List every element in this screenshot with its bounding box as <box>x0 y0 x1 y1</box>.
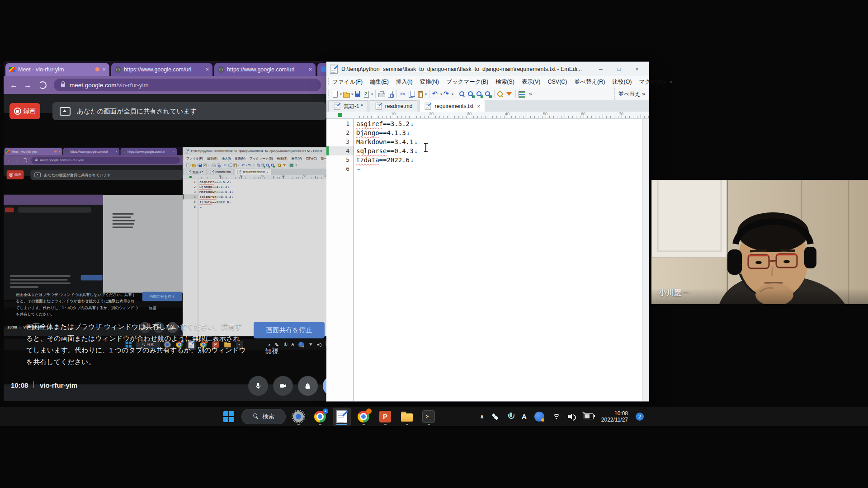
doc-tab-requirements[interactable]: requirements.txt× <box>419 100 485 112</box>
window-title: D:\temp\python_seminar\flask_to_django-m… <box>191 150 325 153</box>
find-previous-icon[interactable] <box>476 90 483 98</box>
new-file-icon[interactable] <box>331 90 339 98</box>
sort-overflow-icon[interactable]: » <box>642 91 645 97</box>
url-field[interactable]: meet.google.com/vio-rfur-yim <box>54 79 321 91</box>
find-icon[interactable] <box>458 90 466 98</box>
modified-line-marker <box>326 146 329 155</box>
maximize-button[interactable]: □ <box>610 62 628 76</box>
stop-share-button[interactable]: 画面共有を停止 <box>254 322 325 338</box>
close-button[interactable]: × <box>628 62 646 76</box>
tab-close-icon[interactable]: × <box>477 103 480 109</box>
tab-close-icon[interactable]: × <box>308 66 312 72</box>
wifi-icon[interactable] <box>552 413 560 420</box>
tab-close-icon[interactable]: × <box>102 66 106 72</box>
menu-sort[interactable]: 並べ替え(R) <box>571 76 609 88</box>
tab-close-icon: × <box>173 150 175 153</box>
doc-tab-untitled[interactable]: 無題-1 * <box>328 100 368 112</box>
menu-item: 変換(N) <box>233 155 247 161</box>
tray-clock[interactable]: 10:08 2022/11/27 <box>601 410 628 423</box>
notification-badge[interactable]: 2 <box>636 413 644 421</box>
menu-macros[interactable]: マクロ(M) <box>636 76 669 88</box>
terminal-taskbar-icon[interactable]: >_ <box>420 408 438 426</box>
settings-taskbar-icon[interactable] <box>289 408 307 426</box>
code-area[interactable]: asgiref==3.5.2↓ Django==4.1.3↓ Markdown=… <box>356 119 642 174</box>
save-icon[interactable] <box>354 90 362 98</box>
reload-icon[interactable] <box>39 81 47 89</box>
ignore-button[interactable]: 無視 <box>265 347 278 356</box>
scrollbar-track[interactable] <box>642 119 649 401</box>
explorer-taskbar-icon[interactable] <box>398 408 416 426</box>
menu-insert[interactable]: 挿入(I) <box>392 76 416 88</box>
menu-file[interactable]: ファイル(F) <box>329 76 366 88</box>
speaker-icon[interactable] <box>568 413 576 420</box>
menu-overflow-icon[interactable]: » <box>670 79 673 85</box>
mirrored-record-button: 録画 <box>7 170 24 179</box>
print-icon[interactable] <box>378 90 386 98</box>
menu-csv[interactable]: CSV(C) <box>544 76 571 88</box>
ruler-number: 10 <box>219 175 222 178</box>
record-button[interactable]: 録画 <box>9 103 40 119</box>
meet-share-badge: ▲ <box>323 408 328 414</box>
compare-icon[interactable] <box>518 90 526 98</box>
warning-line: ると、その画面またはウィンドウが合わせ鏡のように無限に表示され <box>26 333 246 344</box>
start-button[interactable] <box>220 408 238 426</box>
open-file-icon[interactable] <box>343 90 350 98</box>
ghost-code-line <box>113 213 133 215</box>
emeditor-taskbar-icon[interactable] <box>333 408 351 426</box>
document-icon <box>334 103 340 110</box>
sort-toolbar-label[interactable]: 並べ替え <box>618 90 641 98</box>
present-button[interactable] <box>323 376 326 396</box>
back-icon: ← <box>7 158 11 162</box>
editor-body[interactable]: 1 2 3 4 5 6 asgiref==3.5.2↓ Django==4.1.… <box>326 119 649 401</box>
dropbox-icon[interactable] <box>492 413 500 420</box>
gear-icon <box>293 411 304 422</box>
find-next-icon[interactable] <box>467 90 475 98</box>
paste-icon[interactable] <box>416 90 424 98</box>
print-preview-icon[interactable] <box>387 90 394 98</box>
chrome-taskbar-icon[interactable]: ▲ <box>311 408 329 426</box>
ghost-code-line <box>113 220 135 221</box>
forward-icon[interactable]: → <box>24 81 32 89</box>
camera-button[interactable] <box>273 376 293 396</box>
search-box[interactable]: 検索 <box>241 409 286 424</box>
undo-icon[interactable] <box>432 90 439 98</box>
menu-convert[interactable]: 変換(N) <box>416 76 443 88</box>
toolbar-overflow-icon[interactable]: » <box>529 91 532 97</box>
browser-tab-google-1[interactable]: https://www.google.com/url × <box>111 63 212 76</box>
copy-icon[interactable] <box>408 90 415 98</box>
cut-icon <box>223 163 227 167</box>
find-in-files-icon[interactable] <box>497 90 505 98</box>
emeditor-titlebar[interactable]: D:\temp\python_seminar\flask_to_django-m… <box>326 62 649 76</box>
menu-item: 挿入(I) <box>220 155 233 161</box>
menu-edit[interactable]: 編集(E) <box>366 76 392 88</box>
mic-button[interactable] <box>248 376 268 396</box>
tray-app-icon[interactable] <box>534 412 544 422</box>
menu-search[interactable]: 検索(S) <box>492 76 518 88</box>
browser-tab-meet[interactable]: Meet - vio-rfur-yim × <box>5 63 109 76</box>
menu-view[interactable]: 表示(V) <box>518 76 544 88</box>
tray-mic-icon[interactable] <box>508 413 514 421</box>
copy-icon <box>228 163 232 167</box>
back-icon[interactable]: ← <box>10 81 18 89</box>
chrome2-taskbar-icon[interactable] <box>354 408 373 426</box>
profile-badge <box>366 408 372 414</box>
save-all-icon[interactable] <box>363 90 370 98</box>
print-preview-icon <box>216 163 220 167</box>
minimize-button[interactable]: ─ <box>592 62 610 76</box>
menu-bookmarks[interactable]: ブックマーク(B) <box>443 76 492 88</box>
replace-icon[interactable] <box>484 90 492 98</box>
doc-tab-readme[interactable]: readme.md <box>370 100 418 112</box>
ime-indicator[interactable]: A <box>522 413 527 420</box>
powerpoint-taskbar-icon[interactable]: P <box>376 408 394 426</box>
filter-icon[interactable] <box>505 90 513 98</box>
tab-close-icon[interactable]: × <box>205 66 209 72</box>
cut-icon[interactable] <box>399 90 407 98</box>
tray-expand-icon[interactable]: ∧ <box>480 413 484 420</box>
document-tabs: 無題-1 * readme.md requirements.txt× <box>326 100 649 112</box>
battery-icon[interactable]: ✎ <box>584 413 594 419</box>
browser-tab-google-2[interactable]: https://www.google.com/url × <box>214 63 316 76</box>
browser-tab-partial[interactable] <box>317 63 326 76</box>
menu-compare[interactable]: 比較(O) <box>609 76 635 88</box>
redo-icon[interactable] <box>443 90 451 98</box>
raise-hand-button[interactable] <box>298 376 318 396</box>
